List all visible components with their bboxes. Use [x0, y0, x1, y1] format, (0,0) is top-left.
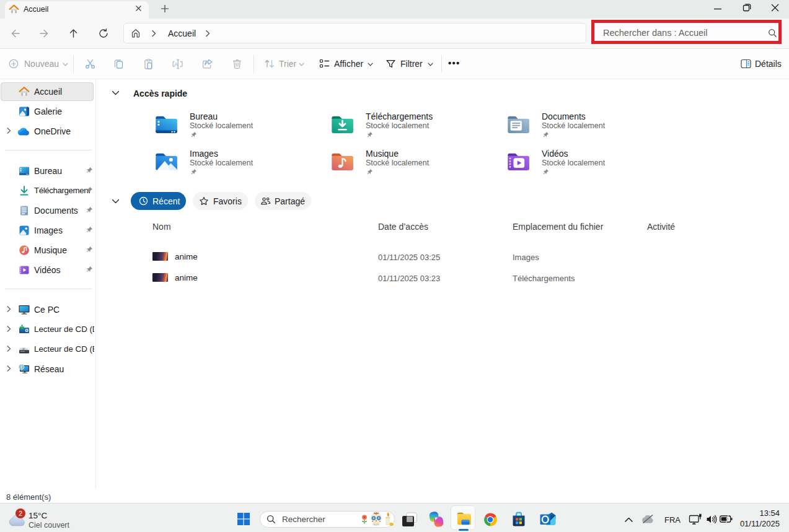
svg-text:A: A — [174, 61, 178, 68]
